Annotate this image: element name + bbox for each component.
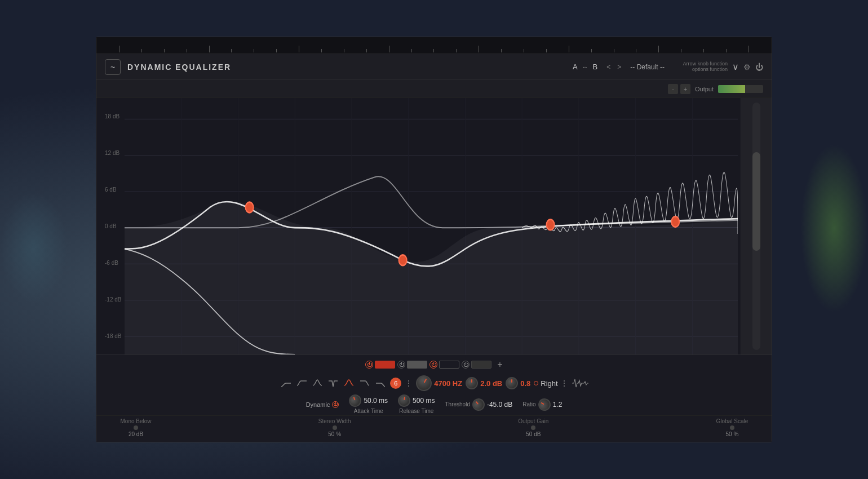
eq-scrollbar[interactable] <box>741 98 772 354</box>
ruler-tick <box>164 49 165 52</box>
attack-knob[interactable] <box>347 393 363 409</box>
output-gain-param: Output Gain 50 dB <box>511 418 556 437</box>
dynamic-power-button[interactable]: ⏻ <box>332 401 339 408</box>
preset-name[interactable]: -- Default -- <box>630 63 665 71</box>
freq-knob[interactable] <box>413 372 435 394</box>
hint-text: Arrow knob function options function <box>683 61 728 73</box>
waveform-control[interactable] <box>572 377 588 389</box>
chevron-down-icon[interactable]: ∨ <box>732 61 739 72</box>
stereo-width-knob[interactable] <box>333 425 337 430</box>
global-scale-param: Global Scale 50 % <box>710 418 755 437</box>
band-type-peak[interactable] <box>311 377 324 389</box>
add-band-button[interactable]: + <box>497 360 502 370</box>
mono-below-knob[interactable] <box>134 425 138 430</box>
ruler-tick <box>546 49 547 52</box>
dynamic-row: Dynamic ⏻ <box>306 401 339 408</box>
band-type-bandpass[interactable] <box>343 377 355 389</box>
threshold-knob[interactable] <box>470 396 487 413</box>
band-node-3 <box>547 219 555 230</box>
ab-a-button[interactable]: A <box>573 63 578 71</box>
scrollbar-thumb[interactable] <box>752 152 760 251</box>
dynamic-group: Dynamic ⏻ <box>306 401 339 408</box>
global-scale-knob[interactable] <box>730 425 734 430</box>
attack-group: 50.0 ms Attack Time <box>349 394 388 414</box>
band-options-menu[interactable]: ⋮ <box>405 379 413 388</box>
ruler-tick <box>479 46 479 52</box>
nav-arrows: < > <box>604 62 623 72</box>
dynamic-label: Dynamic <box>306 401 330 408</box>
ruler-tick <box>366 49 367 52</box>
mono-below-value: 20 dB <box>129 431 143 437</box>
channel-label[interactable]: Right <box>541 379 557 388</box>
output-gain-knob[interactable] <box>531 425 535 430</box>
db-label-0: 0 dB <box>105 223 121 229</box>
band-power-icon-4[interactable]: ⏻ <box>462 361 470 369</box>
ruler-tick <box>703 49 704 52</box>
band-node-1 <box>246 202 254 213</box>
output-meter <box>718 85 763 93</box>
band-button-2[interactable]: ⏻ <box>397 361 427 369</box>
scrollbar-track[interactable] <box>752 103 760 350</box>
band-button-1[interactable]: ⏻ <box>365 361 395 369</box>
band-power-icon-3[interactable]: ⏻ <box>429 361 437 369</box>
release-knob[interactable] <box>397 393 411 407</box>
ruler-tick <box>524 49 524 52</box>
bottom-extra-row: Mono Below 20 dB Stereo Width 50 % Outpu… <box>96 415 772 440</box>
zoom-in-button[interactable]: + <box>680 84 690 94</box>
band-type-lowcut[interactable] <box>280 377 292 389</box>
ruler-tick <box>681 49 681 52</box>
ruler-tick <box>433 49 434 52</box>
ruler-ticks <box>96 46 772 52</box>
band-power-icon-2[interactable]: ⏻ <box>397 361 405 369</box>
release-label: Release Time <box>399 408 433 414</box>
ruler-tick <box>231 49 232 52</box>
q-value: 0.8 <box>520 379 530 388</box>
q-knob[interactable] <box>506 377 518 389</box>
ruler-tick <box>591 49 592 52</box>
stereo-width-param: Stereo Width 50 % <box>312 418 357 437</box>
logo-icon[interactable]: ~ <box>105 59 121 75</box>
channel-control: Right ⋮ <box>534 379 568 388</box>
freq-value: 4700 HZ <box>434 379 462 388</box>
zoom-out-button[interactable]: - <box>668 84 678 94</box>
eq-area: 18 dB 12 dB 6 dB 0 dB -6 dB -12 dB -18 d… <box>96 98 772 354</box>
band-color-bar-1 <box>375 361 395 369</box>
ruler-tick <box>254 49 254 52</box>
global-scale-label: Global Scale <box>716 418 749 424</box>
band-type-highcut[interactable] <box>374 377 387 389</box>
ruler-tick <box>501 49 502 52</box>
band-type-lowshelf[interactable] <box>295 377 308 389</box>
ruler-tick <box>658 46 659 52</box>
band-controls-row: 6 ⋮ 4700 HZ 2.0 dB 0.8 Right ⋮ <box>96 374 772 393</box>
ratio-value: 1.2 <box>553 401 563 409</box>
nav-next-button[interactable]: > <box>615 62 623 72</box>
band-type-notch[interactable] <box>327 377 339 389</box>
global-scale-value: 50 % <box>726 431 739 437</box>
output-meter-fill <box>718 85 745 93</box>
ab-b-button[interactable]: B <box>593 63 598 71</box>
zoom-controls: - + <box>668 84 690 94</box>
ab-arrow[interactable]: ↔ <box>582 64 588 70</box>
channel-options-menu[interactable]: ⋮ <box>560 379 568 388</box>
gain-knob[interactable] <box>466 377 478 389</box>
band-type-highshelf[interactable] <box>358 377 371 389</box>
ruler <box>96 37 772 54</box>
ratio-knob[interactable] <box>536 396 553 413</box>
band-button-4[interactable]: ⏻ <box>462 361 491 369</box>
settings-icon[interactable]: ⚙ <box>743 63 751 72</box>
band-power-icon-1[interactable]: ⏻ <box>365 361 373 369</box>
stereo-width-label: Stereo Width <box>318 418 351 424</box>
nav-prev-button[interactable]: < <box>604 62 613 72</box>
ruler-tick <box>299 46 299 52</box>
db-label-12: 12 dB <box>105 150 121 156</box>
band-color-bar-4 <box>471 361 491 369</box>
band-button-3[interactable]: ⏻ <box>429 361 459 369</box>
power-icon[interactable]: ⏻ <box>755 63 763 72</box>
ruler-tick <box>344 49 344 52</box>
ruler-tick <box>636 49 636 52</box>
db-label-18: 18 dB <box>105 113 121 119</box>
ruler-tick <box>209 46 210 52</box>
ratio-row: Ratio 1.2 <box>522 398 562 411</box>
threshold-group: Threshold -45.0 dB <box>445 398 512 411</box>
waveform-icon <box>572 377 588 389</box>
